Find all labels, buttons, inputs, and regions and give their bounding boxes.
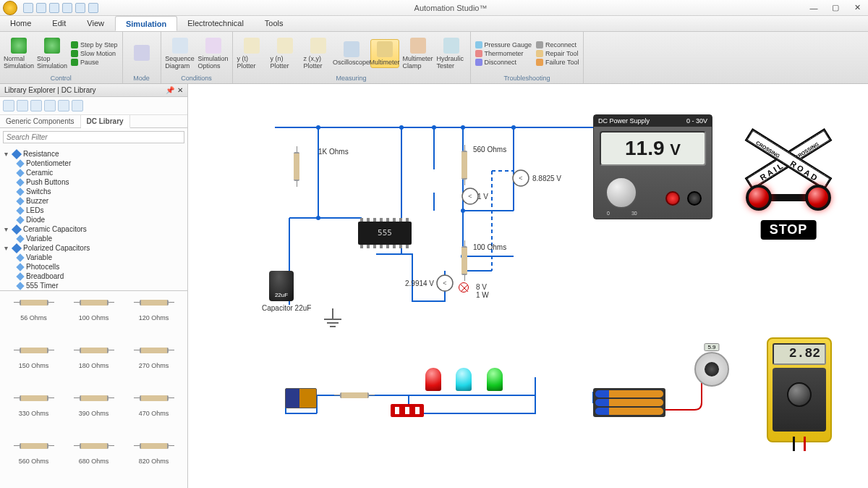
library-component[interactable]: 180 Ohms — [64, 343, 123, 388]
tree-leaf[interactable]: 555 Timer — [4, 281, 183, 290]
repair-button[interactable]: Repair Tool — [536, 50, 579, 57]
tree-leaf[interactable]: Diode — [4, 215, 183, 224]
qat-btn[interactable] — [23, 3, 33, 13]
ic-555[interactable]: 555 — [358, 222, 412, 245]
zxy-plotter-button[interactable]: z (x,y) Plotter — [304, 38, 333, 70]
library-component[interactable]: 56 Ohms — [4, 295, 63, 340]
qat-btn[interactable] — [49, 3, 59, 13]
multimeter-button[interactable]: Multimeter — [370, 39, 399, 68]
maximize-button[interactable]: ▢ — [825, 0, 846, 16]
tree-leaf[interactable]: Breadboard — [4, 272, 183, 281]
tree-node[interactable]: ▾Polarized Capacitors — [4, 243, 183, 253]
pause-button[interactable]: Pause — [71, 59, 118, 66]
dmm-dial[interactable] — [787, 382, 812, 407]
reconnect-button[interactable]: Reconnect — [536, 41, 579, 49]
railroad-crossing-sign[interactable]: RAIL CROSSING CROSSING ROAD STOP — [738, 116, 839, 268]
tree-leaf[interactable]: Potentiometer — [4, 159, 183, 168]
library-component[interactable]: 680 Ohms — [64, 439, 123, 484]
psu-jack-positive[interactable] — [665, 191, 680, 206]
seq-diagram-button[interactable]: Sequence Diagram — [166, 38, 195, 70]
tree-node[interactable]: ▾Ceramic Capacitors — [4, 224, 183, 234]
qat-btn[interactable] — [62, 3, 72, 13]
library-component[interactable]: 470 Ohms — [124, 391, 183, 436]
tool-icon[interactable] — [72, 100, 83, 112]
library-component[interactable]: 150 Ohms — [4, 343, 63, 388]
tree-leaf[interactable]: Push Buttons — [4, 177, 183, 187]
psu-jack-negative[interactable] — [687, 191, 702, 206]
tree-node[interactable]: ▾Resistance — [4, 149, 183, 159]
tool-icon[interactable] — [3, 100, 14, 112]
multimeter-device[interactable]: 2.82 — [767, 337, 832, 442]
tab-simulation[interactable]: Simulation — [115, 16, 177, 31]
clamp-button[interactable]: Multimeter Clamp — [404, 38, 433, 70]
psu-knob[interactable] — [605, 177, 637, 209]
tree-leaf[interactable]: Buzzer — [4, 196, 183, 206]
mode-button[interactable] — [127, 45, 156, 62]
library-component[interactable]: 560 Ohms — [4, 439, 63, 484]
tab-edit[interactable]: Edit — [42, 16, 77, 31]
qat-btn[interactable] — [36, 3, 46, 13]
potentiometer[interactable]: 5.9 — [694, 352, 729, 387]
capacitor-22uf[interactable]: 22uF — [269, 271, 294, 301]
library-grid[interactable]: 56 Ohms100 Ohms120 Ohms150 Ohms180 Ohms2… — [0, 291, 187, 488]
hydraulic-button[interactable]: Hydraulic Tester — [437, 38, 466, 70]
pin-icon[interactable]: 📌 — [166, 86, 174, 94]
lamp-icon[interactable] — [459, 282, 469, 293]
library-component[interactable]: 330 Ohms — [4, 391, 63, 436]
slow-button[interactable]: Slow Motion — [71, 50, 118, 57]
schematic-canvas[interactable]: <<< 1K Ohms 560 Ohms 100 Ohms 1 V 8.8825… — [188, 84, 868, 488]
resistor-100[interactable] — [461, 246, 467, 275]
quick-access-toolbar[interactable] — [23, 3, 98, 13]
yn-plotter-button[interactable]: y (n) Plotter — [271, 38, 299, 70]
library-component[interactable]: 820 Ohms — [124, 439, 183, 484]
stop-sim-button[interactable]: Stop Simulation — [38, 38, 67, 70]
tool-icon[interactable] — [17, 100, 28, 112]
lib-tab-dc[interactable]: DC Library — [81, 115, 130, 128]
step-button[interactable]: Step by Step — [71, 41, 118, 49]
normal-sim-button[interactable]: Normal Simulation — [4, 38, 33, 70]
library-tree[interactable]: ▾ResistancePotentiometerCeramicPush Butt… — [0, 146, 187, 291]
tool-icon[interactable] — [44, 100, 56, 112]
failure-button[interactable]: Failure Tool — [536, 59, 579, 66]
battery-9v[interactable] — [285, 388, 317, 408]
library-component[interactable]: 100 Ohms — [64, 295, 123, 340]
qat-btn[interactable] — [75, 3, 85, 13]
resistor-led-series[interactable] — [340, 392, 369, 398]
sim-options-button[interactable]: Simulation Options — [199, 38, 228, 70]
library-component[interactable]: 120 Ohms — [124, 295, 183, 340]
qat-btn[interactable] — [88, 3, 98, 13]
oscilloscope-button[interactable]: Oscilloscope — [337, 41, 366, 66]
dmm-probe-black[interactable] — [793, 437, 795, 451]
tool-icon[interactable] — [58, 100, 69, 112]
tree-leaf[interactable]: Photocells — [4, 262, 183, 272]
dc-power-supply[interactable]: DC Power Supply0 - 30V 11.9 V 030 — [593, 114, 712, 219]
tree-leaf[interactable]: Variable — [4, 234, 183, 243]
yt-plotter-button[interactable]: y (t) Plotter — [237, 38, 266, 70]
tab-view[interactable]: View — [77, 16, 115, 31]
resistor-560[interactable] — [461, 151, 467, 180]
library-component[interactable]: 270 Ohms — [124, 343, 183, 388]
disconnect-button[interactable]: Disconnect — [475, 59, 532, 66]
resistor-1k[interactable] — [294, 152, 299, 181]
minimize-button[interactable]: — — [803, 0, 825, 16]
search-input[interactable] — [3, 131, 184, 143]
led-red[interactable] — [425, 368, 441, 391]
tab-electrotechnical[interactable]: Electrotechnical — [177, 16, 255, 31]
tab-home[interactable]: Home — [0, 16, 42, 31]
thermo-button[interactable]: Thermometer — [475, 50, 532, 57]
led-cyan[interactable] — [456, 368, 472, 391]
tree-leaf[interactable]: Variable — [4, 253, 183, 262]
tree-leaf[interactable]: Switchs — [4, 187, 183, 196]
tool-icon[interactable] — [30, 100, 42, 112]
tab-tools[interactable]: Tools — [255, 16, 294, 31]
dmm-probe-red[interactable] — [804, 437, 806, 451]
close-icon[interactable]: ✕ — [177, 86, 183, 94]
battery-holder-3aa[interactable] — [593, 388, 665, 417]
dip-switch[interactable] — [391, 404, 424, 417]
lib-tab-generic[interactable]: Generic Components — [0, 115, 81, 127]
library-component[interactable]: 390 Ohms — [64, 391, 123, 436]
tree-leaf[interactable]: LEDs — [4, 206, 183, 215]
close-button[interactable]: ✕ — [846, 0, 868, 16]
tree-leaf[interactable]: Ceramic — [4, 168, 183, 177]
pressure-button[interactable]: Pressure Gauge — [475, 41, 532, 49]
